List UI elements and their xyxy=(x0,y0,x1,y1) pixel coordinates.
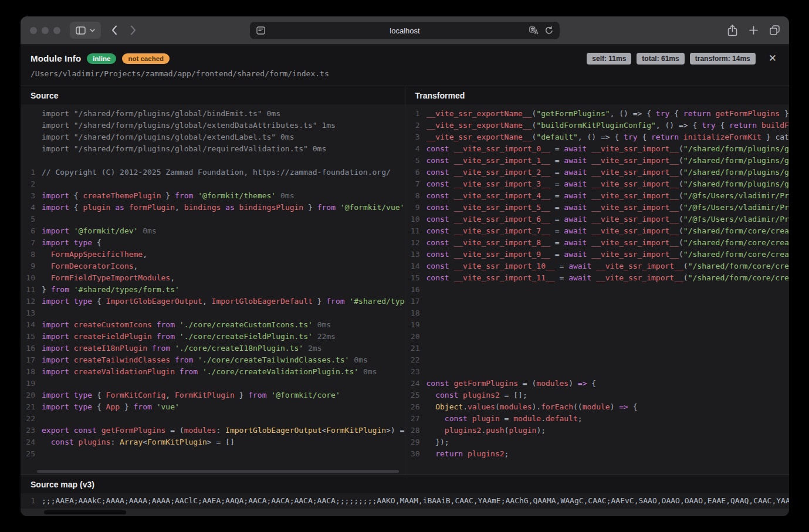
code-text xyxy=(426,343,790,354)
code-text: const __vite_ssr_import_10__ = await __v… xyxy=(426,260,790,272)
code-line: 11} from '#shared/types/form.ts' xyxy=(21,284,405,296)
code-text: import "/shared/form/plugins/global/exte… xyxy=(42,120,405,131)
code-text: } from '#shared/types/form.ts' xyxy=(42,284,405,296)
code-text xyxy=(42,155,405,167)
sourcemap-section: Source map (v3) 1;;;AAEA;AAAkC;AAAA;AAAA… xyxy=(21,475,789,516)
line-number: 1 xyxy=(21,167,42,178)
code-line: 12import type { ImportGlobEagerOutput, I… xyxy=(21,296,405,307)
reload-icon[interactable] xyxy=(545,26,553,35)
code-line: 3__vite_ssr_exportName__("default", () =… xyxy=(405,131,790,143)
code-text: return plugins2; xyxy=(426,448,790,460)
line-number: 1 xyxy=(21,495,42,507)
zoom-window-button[interactable] xyxy=(53,27,60,34)
line-number: 15 xyxy=(405,272,426,284)
sidebar-icon xyxy=(76,26,86,35)
translate-icon[interactable] xyxy=(529,26,539,35)
line-number: 23 xyxy=(405,366,426,378)
forward-button[interactable] xyxy=(130,25,136,35)
code-line: 2__vite_ssr_exportName__("buildFormKitPl… xyxy=(405,120,790,131)
code-text: export const getFormPlugins = (modules: … xyxy=(42,425,405,436)
module-file-path: /Users/vladimir/Projects/zammad/app/fron… xyxy=(31,65,779,80)
page-reader-icon[interactable] xyxy=(256,26,265,35)
code-line: 6const __vite_ssr_import_2__ = await __v… xyxy=(405,167,790,178)
tabs-icon xyxy=(770,25,780,35)
code-text xyxy=(42,413,405,425)
address-text: localhost xyxy=(250,26,560,35)
source-horizontal-scrollbar[interactable] xyxy=(37,470,399,473)
minimize-window-button[interactable] xyxy=(42,27,49,34)
code-text xyxy=(426,366,790,378)
code-text: import { createThemePlugin } from '@form… xyxy=(42,190,405,202)
source-pane-title: Source xyxy=(21,86,405,104)
close-button[interactable]: ✕ xyxy=(766,52,779,65)
line-number: 16 xyxy=(21,343,42,354)
cache-status-badge: not cached xyxy=(122,53,170,64)
line-number: 19 xyxy=(21,378,42,389)
code-line: 23export const getFormPlugins = (modules… xyxy=(21,425,405,436)
line-number: 20 xyxy=(405,331,426,343)
line-number: 25 xyxy=(405,389,426,401)
close-window-button[interactable] xyxy=(30,27,37,34)
line-number: 10 xyxy=(405,214,426,225)
chevron-down-icon xyxy=(90,29,95,32)
code-text: }); xyxy=(426,436,790,448)
line-number: 11 xyxy=(21,284,42,296)
chevron-right-icon xyxy=(130,25,136,35)
code-text: const __vite_ssr_import_5__ = await __vi… xyxy=(426,202,790,214)
sourcemap-code: 1;;;AAEA;AAAkC;AAAA;AAAA;AAAA;AAClC;AAEA… xyxy=(21,493,789,509)
code-text: const plugins: Array<FormKitPlugin> = [] xyxy=(42,436,405,448)
code-line xyxy=(21,155,405,167)
code-text: __vite_ssr_exportName__("default", () =>… xyxy=(426,131,790,143)
line-number: 18 xyxy=(405,307,426,319)
code-line: 9 FormDecoratorIcons, xyxy=(21,260,405,272)
source-pane: Source import "/shared/form/plugins/glob… xyxy=(21,86,405,475)
code-line: 8const __vite_ssr_import_4__ = await __v… xyxy=(405,190,790,202)
line-number: 22 xyxy=(405,354,426,366)
share-button[interactable] xyxy=(727,25,737,36)
code-line: 10const __vite_ssr_import_6__ = await __… xyxy=(405,214,790,225)
window-controls xyxy=(30,27,60,34)
back-button[interactable] xyxy=(111,25,117,35)
code-line: 2 xyxy=(21,178,405,190)
sourcemap-title: Source map (v3) xyxy=(21,475,789,493)
code-panes: Source import "/shared/form/plugins/glob… xyxy=(21,86,789,475)
code-text: const plugins2 = []; xyxy=(426,389,790,401)
line-number: 7 xyxy=(21,237,42,249)
code-line: 26 Object.values(modules).forEach((modul… xyxy=(405,401,790,413)
sidebar-toggle-button[interactable] xyxy=(70,22,101,39)
line-number: 28 xyxy=(405,425,426,436)
address-bar[interactable]: localhost xyxy=(250,22,560,39)
code-text: import type { App } from 'vue' xyxy=(42,401,405,413)
code-text xyxy=(426,354,790,366)
source-code-editor: import "/shared/form/plugins/global/bind… xyxy=(21,104,405,475)
line-number: 7 xyxy=(405,178,426,190)
line-number: 3 xyxy=(21,190,42,202)
new-tab-button[interactable] xyxy=(749,26,758,35)
code-text xyxy=(42,307,405,319)
code-text xyxy=(42,378,405,389)
tab-overview-button[interactable] xyxy=(770,25,780,35)
code-text: import type { FormKitConfig, FormKitPlug… xyxy=(42,389,405,401)
line-number: 21 xyxy=(405,343,426,354)
code-line: 6import '@formkit/dev' 0ms xyxy=(21,225,405,237)
transformed-pane-title: Transformed xyxy=(405,86,790,104)
transformed-code-editor: 1__vite_ssr_exportName__("getFormPlugins… xyxy=(405,104,790,475)
code-text: const __vite_ssr_import_11__ = await __v… xyxy=(426,272,790,284)
code-text: FormDecoratorIcons, xyxy=(42,260,405,272)
code-text: FormAppSpecificTheme, xyxy=(42,249,405,260)
code-text: import createValidationPlugin from './co… xyxy=(42,366,405,378)
code-text: const __vite_ssr_import_9__ = await __vi… xyxy=(426,249,790,260)
navigation-buttons xyxy=(111,25,136,35)
sourcemap-scrollbar-thumb[interactable] xyxy=(44,510,126,514)
code-text: import "/shared/form/plugins/global/bind… xyxy=(42,108,405,120)
code-line: 11const __vite_ssr_import_7__ = await __… xyxy=(405,225,790,237)
inline-badge: inline xyxy=(87,53,116,64)
line-number: 12 xyxy=(405,237,426,249)
code-text: Object.values(modules).forEach((module) … xyxy=(426,401,790,413)
line-number: 13 xyxy=(21,307,42,319)
transformed-pane: Transformed 1__vite_ssr_exportName__("ge… xyxy=(405,86,790,475)
code-text: const __vite_ssr_import_2__ = await __vi… xyxy=(426,167,790,178)
code-line: import "/shared/form/plugins/global/exte… xyxy=(21,120,405,131)
code-line: 16import createI18nPlugin from './core/c… xyxy=(21,343,405,354)
code-line: 25 xyxy=(21,448,405,460)
